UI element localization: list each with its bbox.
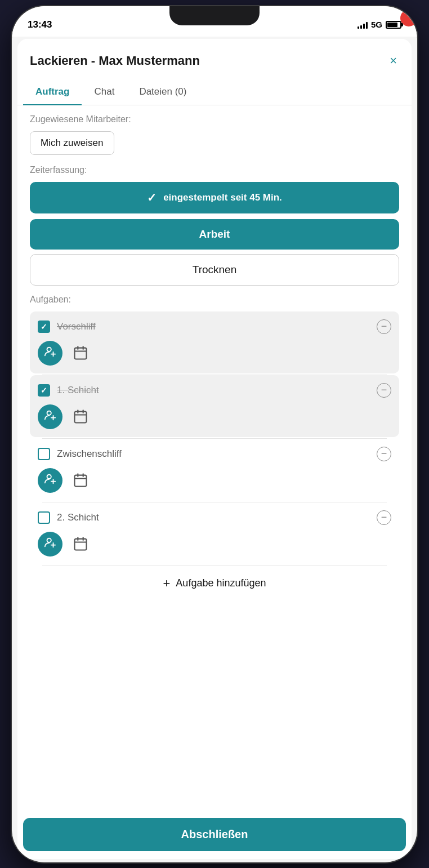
check-mark-2: ✓	[41, 386, 47, 395]
task-row-vorschliff: ✓ Vorschliff −	[30, 311, 399, 339]
tasks-label: Aufgaben:	[30, 295, 399, 305]
calendar-icon-3	[73, 473, 88, 488]
task-left-zweite-schicht: 2. Schicht	[38, 511, 99, 524]
svg-point-21	[47, 538, 51, 542]
close-button[interactable]: ×	[387, 51, 399, 70]
tasks-section: Aufgaben: ✓ Vorschliff −	[17, 295, 412, 601]
svg-point-0	[47, 348, 51, 351]
checkbox-erste-schicht[interactable]: ✓	[38, 384, 50, 397]
modal-header: Lackieren - Max Mustermann ×	[17, 39, 412, 79]
task-item-vorschliff: ✓ Vorschliff −	[30, 311, 399, 373]
svg-point-7	[47, 411, 51, 415]
stamped-button[interactable]: ✓ eingestempelt seit 45 Min.	[30, 182, 399, 213]
plus-icon: +	[163, 576, 171, 591]
checkbox-vorschliff[interactable]: ✓	[38, 321, 50, 333]
tab-chat[interactable]: Chat	[82, 79, 127, 105]
assign-user-zwischenschliff[interactable]	[38, 468, 62, 493]
status-icons: 5G	[358, 20, 401, 29]
user-plus-icon-3	[44, 473, 56, 488]
calendar-icon-4	[73, 536, 88, 552]
minus-icon: −	[381, 321, 387, 332]
remove-task-zwischenschliff[interactable]: −	[377, 447, 391, 461]
calendar-icon	[73, 345, 88, 361]
time-tracking-section: Zeiterfassung: ✓ eingestempelt seit 45 M…	[17, 157, 412, 213]
task-row-zweite-schicht: 2. Schicht −	[30, 502, 399, 529]
task-left-erste-schicht: ✓ 1. Schicht	[38, 384, 99, 397]
task-item-zweite-schicht: 2. Schicht −	[30, 502, 399, 564]
add-task-label: Aufgabe hinzufügen	[176, 577, 266, 589]
signal-bars-icon	[358, 21, 368, 29]
calendar-zwischenschliff[interactable]	[70, 470, 91, 491]
task-actions-zwischenschliff	[30, 466, 399, 501]
task-actions-erste-schicht	[30, 402, 399, 437]
arbeit-button[interactable]: Arbeit	[30, 219, 399, 250]
assign-user-erste-schicht[interactable]	[38, 404, 62, 429]
checkbox-zwischenschliff[interactable]	[38, 448, 50, 460]
stamped-text: eingestempelt seit 45 Min.	[163, 192, 282, 203]
remove-task-erste-schicht[interactable]: −	[377, 383, 391, 398]
remove-task-vorschliff[interactable]: −	[377, 319, 391, 334]
minus-icon-3: −	[381, 448, 387, 460]
add-task-button[interactable]: + Aufgabe hinzufügen	[30, 566, 399, 601]
tab-dateien[interactable]: Dateien (0)	[127, 79, 199, 105]
task-row-zwischenschliff: Zwischenschliff −	[30, 439, 399, 466]
minus-icon-4: −	[381, 511, 387, 523]
task-name-zweite-schicht: 2. Schicht	[57, 512, 99, 523]
calendar-vorschliff[interactable]	[70, 343, 91, 363]
trocknen-button[interactable]: Trocknen	[30, 254, 399, 286]
svg-rect-24	[75, 538, 87, 550]
assign-user-zweite-schicht[interactable]	[38, 532, 62, 557]
assign-me-button[interactable]: Mich zuweisen	[30, 131, 114, 155]
task-left-vorschliff: ✓ Vorschliff	[38, 321, 96, 333]
network-type: 5G	[371, 20, 382, 29]
modal-container: Lackieren - Max Mustermann × Auftrag Cha…	[17, 39, 412, 859]
checkbox-zweite-schicht[interactable]	[38, 511, 50, 524]
assigned-workers-label: Zugewiesene Mitarbeiter:	[30, 114, 399, 124]
task-left-zwischenschliff: Zwischenschliff	[38, 448, 122, 460]
svg-point-14	[47, 475, 51, 479]
task-name-vorschliff: Vorschliff	[57, 321, 96, 332]
task-row-erste-schicht: ✓ 1. Schicht −	[30, 375, 399, 402]
calendar-icon-2	[73, 409, 88, 425]
remove-task-zweite-schicht[interactable]: −	[377, 510, 391, 525]
task-name-zwischenschliff: Zwischenschliff	[57, 448, 122, 460]
svg-rect-3	[75, 348, 87, 359]
abschliessen-button[interactable]: Abschließen	[23, 818, 406, 851]
calendar-zweite-schicht[interactable]	[70, 534, 91, 554]
check-mark: ✓	[41, 322, 47, 331]
calendar-erste-schicht[interactable]	[70, 407, 91, 427]
user-plus-icon-2	[44, 409, 56, 424]
minus-icon-2: −	[381, 384, 387, 396]
user-plus-icon-4	[44, 536, 56, 551]
task-actions-zweite-schicht	[30, 529, 399, 564]
scroll-content: Zugewiesene Mitarbeiter: Mich zuweisen Z…	[17, 105, 412, 852]
assigned-workers-section: Zugewiesene Mitarbeiter: Mich zuweisen	[17, 105, 412, 157]
task-actions-vorschliff	[30, 339, 399, 373]
svg-rect-17	[75, 475, 87, 486]
status-time: 13:43	[28, 19, 52, 30]
tab-auftrag[interactable]: Auftrag	[23, 79, 82, 105]
bottom-button-area: Abschließen	[17, 818, 412, 859]
user-plus-icon	[44, 345, 56, 360]
time-tracking-label: Zeiterfassung:	[30, 165, 399, 175]
battery-icon	[386, 21, 401, 29]
status-bar: 13:43 5G	[12, 6, 417, 37]
modal-title: Lackieren - Max Mustermann	[30, 54, 200, 68]
tabs-bar: Auftrag Chat Dateien (0)	[17, 79, 412, 105]
task-item-erste-schicht: ✓ 1. Schicht −	[30, 375, 399, 437]
task-item-zwischenschliff: Zwischenschliff −	[30, 439, 399, 501]
task-name-erste-schicht: 1. Schicht	[57, 385, 99, 396]
assign-user-vorschliff[interactable]	[38, 341, 62, 366]
check-icon: ✓	[147, 191, 157, 204]
svg-rect-10	[75, 411, 87, 422]
